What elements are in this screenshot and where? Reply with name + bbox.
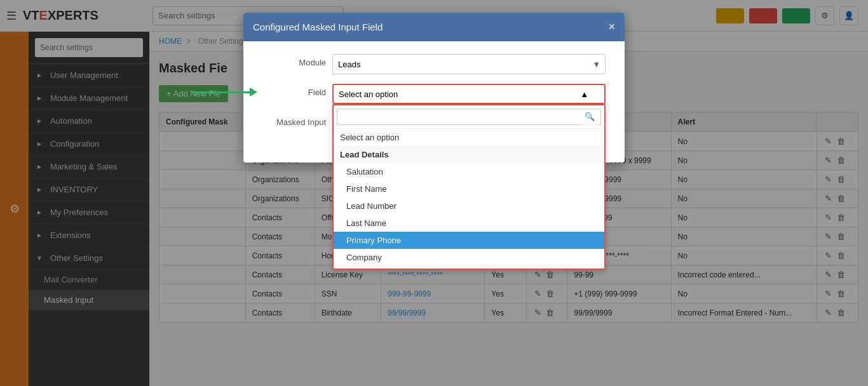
modal-body: Module Organizations Leads Contacts Acco…	[243, 41, 625, 163]
dropdown-item[interactable]: Select an option	[334, 129, 604, 146]
dropdown-search-icon: 🔍	[581, 109, 598, 125]
modal-title: Configured Masked Input Field	[253, 22, 383, 32]
field-select-wrap: Select an option ▲ 🔍 Select an optionLea…	[332, 84, 606, 104]
dropdown-group-header: Lead Details	[334, 146, 604, 163]
modal-close-button[interactable]: ×	[608, 20, 615, 34]
dropdown-item[interactable]: Salutation	[334, 163, 604, 180]
modal-overlay: Configured Masked Input Field × Module O…	[0, 0, 868, 386]
field-dropdown-popup: 🔍 Select an optionLead DetailsSalutation…	[332, 104, 606, 270]
dropdown-item[interactable]: Mobile Phone	[334, 266, 604, 269]
field-form-row: Field Select an option ▲ 🔍 Sele	[262, 84, 606, 104]
module-select-wrap: Organizations Leads Contacts Accounts ▼	[332, 54, 606, 74]
dropdown-item[interactable]: Company	[334, 249, 604, 266]
dropdown-item[interactable]: First Name	[334, 180, 604, 197]
arrow-head-icon	[250, 88, 257, 96]
dropdown-list: Select an optionLead DetailsSalutationFi…	[334, 129, 604, 269]
arrow-line	[193, 91, 250, 93]
modal-header: Configured Masked Input Field ×	[243, 13, 625, 41]
modal-dialog: Configured Masked Input Field × Module O…	[243, 13, 625, 163]
dropdown-search-input[interactable]	[337, 109, 601, 125]
dropdown-item[interactable]: Primary Phone	[334, 232, 604, 249]
dropdown-item[interactable]: Lead Number	[334, 197, 604, 215]
dropdown-search-wrap: 🔍	[334, 105, 604, 129]
field-dropdown-trigger[interactable]: Select an option ▲	[332, 84, 606, 104]
dropdown-item[interactable]: Last Name	[334, 215, 604, 232]
masked-input-label: Masked Input	[262, 114, 326, 127]
field-label: Field	[262, 84, 326, 97]
field-dropdown-value: Select an option	[339, 90, 398, 99]
arrow-indicator	[193, 88, 257, 96]
module-form-row: Module Organizations Leads Contacts Acco…	[262, 54, 606, 74]
module-select[interactable]: Organizations Leads Contacts Accounts	[332, 54, 606, 74]
field-dropdown-arrow: ▲	[580, 90, 588, 99]
module-label: Module	[262, 54, 326, 67]
